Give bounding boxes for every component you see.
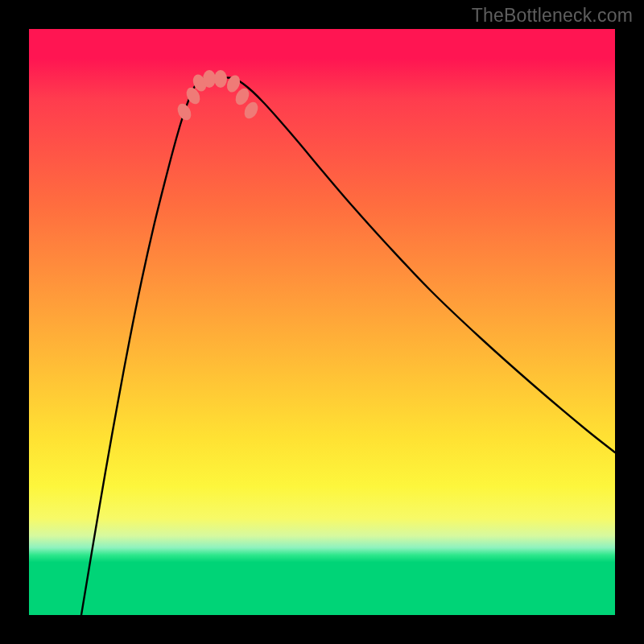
marker-dot xyxy=(203,70,216,88)
curve-right xyxy=(225,77,615,452)
plot-svg xyxy=(29,29,615,615)
marker-dot xyxy=(175,101,194,122)
watermark-text: TheBottleneck.com xyxy=(472,5,633,27)
plot-area xyxy=(29,29,615,615)
chart-frame: TheBottleneck.com xyxy=(0,0,644,644)
bottom-marker-cluster xyxy=(175,70,261,122)
marker-dot xyxy=(214,70,227,88)
curve-left xyxy=(81,77,213,615)
